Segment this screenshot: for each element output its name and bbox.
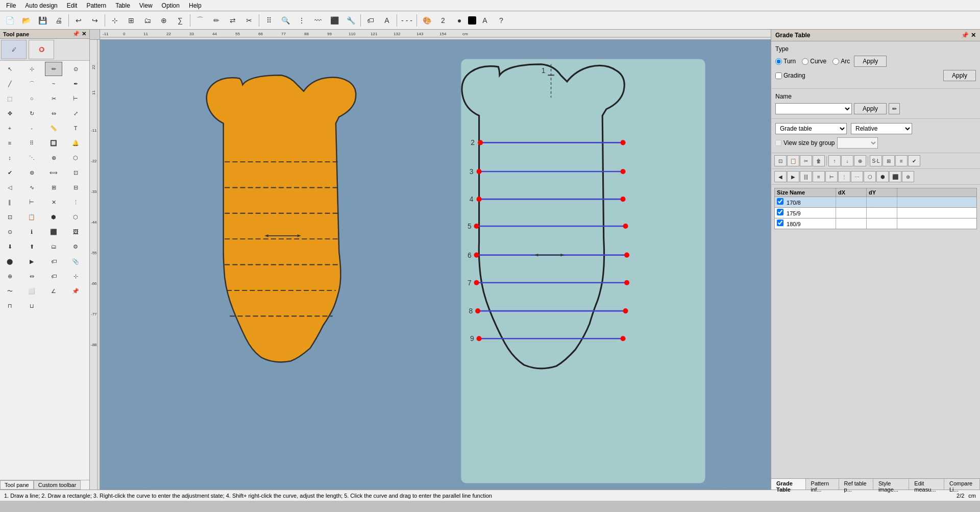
- tool-curve-edit[interactable]: ✏: [45, 62, 62, 76]
- tool-mark[interactable]: ⊛: [23, 165, 40, 180]
- tool-layer[interactable]: 🗂: [45, 239, 62, 254]
- bottom-tab-tool[interactable]: Tool pane: [0, 480, 34, 490]
- tool-move[interactable]: ✥: [1, 106, 18, 120]
- bottom-tab-ref-table[interactable]: Ref table p...: [839, 479, 873, 490]
- tool-intersect[interactable]: ✕: [45, 195, 62, 209]
- tool-ungroup[interactable]: ⬡: [67, 210, 84, 224]
- tool-measure[interactable]: 📏: [45, 121, 62, 135]
- menu-option[interactable]: Option: [158, 1, 184, 10]
- bottom-tab-grade-table[interactable]: Grade Table: [771, 479, 806, 490]
- zoom-btn[interactable]: 🔍: [278, 13, 293, 28]
- grade-btn[interactable]: ⋮: [294, 13, 309, 28]
- tool-trim[interactable]: ✂: [45, 91, 62, 106]
- menu-table[interactable]: Table: [111, 1, 134, 10]
- tool-arrange[interactable]: ⬤: [1, 254, 18, 269]
- gt-split-h-btn[interactable]: ⋯: [851, 171, 863, 182]
- print-btn[interactable]: 🖨: [51, 13, 66, 28]
- gt-merge-btn[interactable]: ⬡: [864, 171, 876, 182]
- bottom-tab-style-image[interactable]: Style image...: [873, 479, 909, 490]
- gt-paste-btn[interactable]: 📋: [787, 155, 799, 166]
- relative-select[interactable]: Relative: [851, 123, 912, 134]
- gt-s-l-btn[interactable]: S·L: [870, 155, 882, 166]
- tool-align[interactable]: ⟺: [45, 165, 62, 180]
- pin-icon-gt[interactable]: 📌: [961, 32, 969, 39]
- close-icon-gt[interactable]: ✕: [971, 32, 976, 39]
- point-btn[interactable]: ✏: [209, 13, 224, 28]
- grading-checkbox-label[interactable]: Grading: [775, 72, 805, 79]
- gt-sort-desc-btn[interactable]: ↓: [841, 155, 853, 166]
- row3-check[interactable]: [777, 220, 783, 226]
- seam-btn[interactable]: 〰: [310, 13, 326, 28]
- gt-rows-btn[interactable]: ≡: [813, 171, 825, 182]
- tool-circle[interactable]: ○: [23, 91, 40, 106]
- menu-pattern[interactable]: Pattern: [82, 1, 110, 10]
- tool-info[interactable]: ℹ: [23, 225, 40, 239]
- tool-dimension[interactable]: ⇔: [23, 269, 40, 283]
- tool-check[interactable]: ✔: [1, 165, 18, 180]
- tool-arc[interactable]: ⌒: [23, 77, 40, 91]
- pin-icon[interactable]: 📌: [72, 31, 80, 37]
- menu-auto-design[interactable]: Auto design: [21, 1, 61, 10]
- view-size-checkbox[interactable]: [775, 140, 781, 146]
- radio-arc[interactable]: Arc: [832, 58, 850, 65]
- tool-import[interactable]: ⬇: [1, 239, 18, 254]
- table-row-3[interactable]: 180/9: [774, 218, 977, 229]
- tool-add-point[interactable]: +: [1, 121, 18, 135]
- gt-check-btn[interactable]: ✔: [908, 155, 920, 166]
- tool-text[interactable]: T: [67, 121, 84, 135]
- layer-btn[interactable]: 🗂: [140, 13, 155, 28]
- gt-prev-btn[interactable]: ◀: [774, 171, 787, 182]
- snap-btn[interactable]: ⊕: [156, 13, 172, 28]
- tool-ease[interactable]: ⊞: [45, 180, 62, 194]
- menu-file[interactable]: File: [2, 1, 20, 10]
- tool-hatch[interactable]: ≡: [1, 136, 18, 150]
- menu-help[interactable]: Help: [185, 1, 206, 10]
- tool-copy[interactable]: ⊡: [1, 210, 18, 224]
- gt-cols-btn[interactable]: ⊢: [825, 171, 838, 182]
- new-btn[interactable]: 📄: [2, 13, 17, 28]
- apply-grading-button[interactable]: Apply: [943, 70, 976, 81]
- black-btn[interactable]: [468, 16, 476, 25]
- tool-settings[interactable]: ⚙: [67, 239, 84, 254]
- bottom-tab-custom[interactable]: Custom toolbar: [34, 480, 81, 490]
- tool-unfold[interactable]: ⊔: [23, 299, 40, 313]
- tool-line[interactable]: ╱: [1, 77, 18, 91]
- grid-btn[interactable]: ⊞: [124, 13, 139, 28]
- gt-spread-btn[interactable]: ⊕: [854, 155, 866, 166]
- row2-check[interactable]: [777, 209, 783, 215]
- layout-btn[interactable]: ⬛: [327, 13, 342, 28]
- radio-arc-input[interactable]: [832, 58, 839, 65]
- tool-extend[interactable]: ⊢: [67, 91, 84, 106]
- gt-table-btn[interactable]: ⊞: [883, 155, 895, 166]
- tool-3d[interactable]: ⬛: [45, 225, 62, 239]
- tool-border[interactable]: ⬜: [23, 284, 40, 298]
- bottom-tab-edit-measu[interactable]: Edit measu...: [909, 479, 944, 490]
- gt-cut-btn[interactable]: ✂: [800, 155, 812, 166]
- transform-btn[interactable]: ⇄: [225, 13, 240, 28]
- grading-checkbox[interactable]: [775, 72, 782, 79]
- undo-btn[interactable]: ↩: [71, 13, 86, 28]
- tool-dart[interactable]: ◁: [1, 180, 18, 194]
- tool-pin[interactable]: 📌: [67, 284, 84, 298]
- tool-annotate[interactable]: 🏷: [45, 254, 62, 269]
- tool-fold[interactable]: ⊓: [1, 299, 18, 313]
- tool-group[interactable]: ⬢: [45, 210, 62, 224]
- save-btn[interactable]: 💾: [35, 13, 50, 28]
- name-edit-button[interactable]: ✏: [889, 103, 900, 114]
- tool-pick[interactable]: ⊹: [23, 62, 40, 76]
- tool-dots[interactable]: ⠿: [23, 136, 40, 150]
- gt-delete-btn[interactable]: 🗑: [813, 155, 825, 166]
- gt-copy-btn[interactable]: ⊡: [774, 155, 787, 166]
- tool-snap[interactable]: ⊕: [1, 269, 18, 283]
- tool-del-point[interactable]: -: [23, 121, 40, 135]
- row1-check[interactable]: [777, 198, 783, 205]
- tp-tab-2[interactable]: ⭕: [29, 40, 54, 59]
- menu-view[interactable]: View: [135, 1, 157, 10]
- tool-stitch[interactable]: ⊡: [67, 165, 84, 180]
- tool-angle[interactable]: ∠: [45, 284, 62, 298]
- gt-collapse-btn[interactable]: ⬛: [889, 171, 901, 182]
- tool-parallel[interactable]: ∥: [1, 195, 18, 209]
- bottom-tab-compare[interactable]: Compare Li...: [944, 479, 980, 490]
- radio-turn-input[interactable]: [775, 58, 782, 65]
- open-btn[interactable]: 📂: [18, 13, 34, 28]
